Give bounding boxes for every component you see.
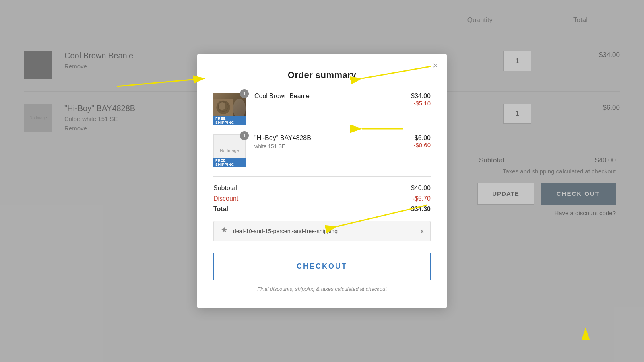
modal-item-1-discount-price: -$5.10 [390, 100, 431, 107]
modal-item-1-details: Cool Brown Beanie [254, 93, 390, 101]
coupon-remove-button[interactable]: x [421, 228, 424, 234]
modal-totals: Subtotal $40.00 Discount -$5.70 Total $3… [213, 185, 431, 213]
modal-item-2-prices: $6.00 -$0.60 [390, 134, 431, 148]
subtotal-row: Subtotal $40.00 [213, 185, 431, 192]
subtotal-label: Subtotal [213, 185, 237, 192]
modal-item-1-prices: $34.00 -$5.10 [390, 93, 431, 107]
modal-item-2-image-wrap: No Image 1 FREE SHIPPING [213, 134, 246, 167]
order-summary-modal: × Order summary 1 FREE SHIPPING Cool Bro… [197, 54, 447, 308]
modal-item-2-details: "Hi-Boy" BAY4828B white 151 SE [254, 134, 390, 151]
discount-row: Discount -$5.70 [213, 195, 431, 202]
modal-title: Order summary [213, 70, 431, 80]
checkout-note: Final discounts, shipping & taxes calcul… [213, 286, 431, 292]
subtotal-value: $40.00 [411, 185, 431, 192]
modal-checkout-button[interactable]: CHECKOUT [213, 253, 431, 280]
modal-item-1-quantity-badge: 1 [240, 89, 249, 98]
discount-label: Discount [213, 195, 238, 202]
modal-item-1: 1 FREE SHIPPING Cool Brown Beanie $34.00… [213, 93, 431, 125]
total-label: Total [213, 206, 228, 213]
modal-item-1-original-price: $34.00 [390, 93, 431, 100]
modal-item-2-quantity-badge: 1 [240, 131, 249, 140]
modal-item-1-image-wrap: 1 FREE SHIPPING [213, 93, 246, 125]
modal-item-2: No Image 1 FREE SHIPPING "Hi-Boy" BAY482… [213, 134, 431, 167]
modal-overlay: × Order summary 1 FREE SHIPPING Cool Bro… [0, 0, 644, 362]
modal-close-button[interactable]: × [433, 61, 438, 70]
coupon-code: deal-10-and-15-percent-and-free-shipping [233, 228, 421, 234]
modal-item-2-name: "Hi-Boy" BAY4828B [254, 134, 390, 142]
discount-value: -$5.70 [413, 195, 431, 202]
modal-item-2-discount-price: -$0.60 [390, 142, 431, 148]
modal-item-2-original-price: $6.00 [390, 134, 431, 142]
total-row: Total $34.30 [213, 206, 431, 213]
modal-divider [213, 176, 431, 177]
modal-item-1-free-shipping: FREE SHIPPING [213, 116, 246, 125]
total-value: $34.30 [411, 206, 431, 213]
coupon-icon [220, 226, 228, 236]
coupon-section: deal-10-and-15-percent-and-free-shipping… [213, 221, 431, 241]
modal-item-1-name: Cool Brown Beanie [254, 93, 390, 100]
modal-item-2-variant: white 151 SE [254, 143, 390, 149]
modal-item-2-free-shipping: FREE SHIPPING [213, 158, 246, 167]
